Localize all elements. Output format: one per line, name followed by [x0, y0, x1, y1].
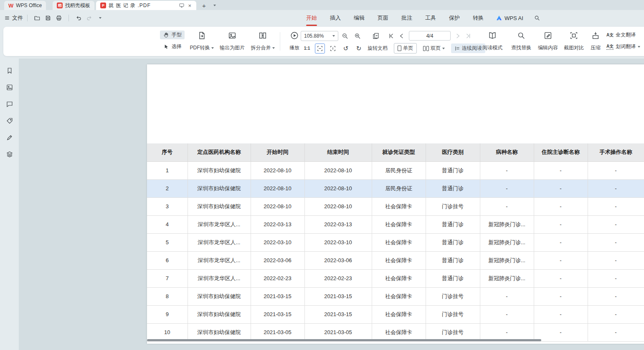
- table-row: 9深圳市妇幼保健院2021-03-152021-03-15社会保障卡门诊挂号--…: [147, 305, 644, 323]
- chevron-down-icon: [211, 47, 214, 49]
- more-quick-commands-button[interactable]: [95, 13, 105, 23]
- one-to-one-icon: 1:1: [304, 46, 310, 51]
- menu-items: 开始插入编辑页面批注工具保护转换: [306, 10, 484, 26]
- pdf-convert-button[interactable]: PDF转换: [187, 30, 216, 53]
- single-page-button[interactable]: 单页: [394, 43, 417, 54]
- translate-group: A文 全文翻译 A文 划词翻译: [605, 31, 642, 51]
- table-cell: -: [588, 323, 644, 341]
- table-cell: 深圳市龙华区人...: [188, 269, 251, 287]
- table-cell: -: [588, 215, 644, 233]
- toolbar: 手型 选择 PDF转换 输出为图片 拆分合并 播放 105.: [3, 27, 644, 56]
- hand-tool-button[interactable]: 手型: [160, 31, 185, 39]
- edit-content-button[interactable]: 编辑内容: [535, 30, 560, 53]
- table-cell: -: [534, 161, 588, 179]
- table-cell: -: [534, 305, 588, 323]
- screenshot-compare-button[interactable]: 截图对比: [561, 30, 586, 53]
- menu-item[interactable]: 页面: [378, 10, 388, 26]
- pages-icon: [372, 32, 380, 40]
- print-button[interactable]: [54, 13, 64, 23]
- save-button[interactable]: [43, 13, 53, 23]
- book-icon: [488, 31, 497, 40]
- annotate-panel-button[interactable]: [1, 129, 18, 146]
- rotate-right-button[interactable]: ↻: [354, 43, 364, 54]
- first-page-icon: [388, 33, 395, 39]
- table-cell: 2022-08-10: [304, 161, 372, 179]
- table-cell: 普通门诊: [426, 269, 480, 287]
- monitor-icon[interactable]: [179, 3, 185, 8]
- left-sidebar: [0, 59, 19, 350]
- table-cell: 2022-08-10: [304, 197, 372, 215]
- table-cell: 普通门诊: [426, 233, 480, 251]
- table-header-cell: 开始时间: [251, 143, 304, 161]
- rotate-left-button[interactable]: ↺: [341, 43, 351, 54]
- open-file-button[interactable]: [32, 13, 42, 23]
- document-area[interactable]: 序号定点医药机构名称开始时间结束时间就诊凭证类型医疗类别病种名称住院主诊断名称手…: [19, 59, 644, 350]
- find-replace-button[interactable]: 查找替换: [508, 30, 535, 53]
- fit-width-button[interactable]: [315, 43, 325, 54]
- medical-records-table: 序号定点医药机构名称开始时间结束时间就诊凭证类型医疗类别病种名称住院主诊断名称手…: [147, 143, 644, 342]
- docer-icon: 稻: [57, 3, 63, 8]
- table-cell: -: [480, 287, 534, 305]
- redo-icon: [86, 15, 93, 21]
- layers-panel-button[interactable]: [1, 146, 18, 163]
- double-page-button[interactable]: 双页: [420, 43, 448, 53]
- word-translate-button[interactable]: A文 划词翻译: [605, 42, 642, 51]
- file-menu-button[interactable]: 文件: [4, 14, 23, 22]
- bookmarks-panel-button[interactable]: [1, 62, 18, 79]
- undo-button[interactable]: [74, 13, 84, 23]
- close-tab-icon[interactable]: ×: [187, 3, 192, 9]
- comments-panel-button[interactable]: [1, 96, 18, 112]
- tab-list-chevron-icon[interactable]: [212, 1, 218, 10]
- menu-search-icon[interactable]: [534, 15, 540, 21]
- table-cell: 居民身份证: [372, 161, 426, 179]
- actual-size-button[interactable]: 1:1: [302, 43, 312, 54]
- menu-item[interactable]: 开始: [306, 10, 317, 26]
- split-merge-button[interactable]: 拆分合并: [248, 30, 277, 53]
- table-cell: -: [588, 287, 644, 305]
- menu-item[interactable]: 插入: [330, 10, 341, 26]
- table-cell: 2022-03-10: [304, 233, 372, 251]
- page-number-input[interactable]: [409, 31, 451, 41]
- table-cell: -: [588, 161, 644, 179]
- extract-pages-button[interactable]: [371, 31, 381, 41]
- full-translate-label: 全文翻译: [616, 31, 636, 38]
- labels-panel-button[interactable]: [1, 112, 18, 129]
- last-page-button[interactable]: [465, 33, 472, 39]
- zoom-select[interactable]: 105.88%: [301, 31, 338, 41]
- zoom-in-button[interactable]: [352, 31, 363, 41]
- menu-wps-ai[interactable]: WPS AI: [496, 15, 523, 21]
- horizontal-scrollbar[interactable]: [147, 339, 541, 341]
- menu-item[interactable]: 保护: [449, 10, 460, 26]
- zoom-out-icon: [341, 32, 349, 40]
- tab-document[interactable]: P 就 医 记 录 .PDF ×: [96, 1, 196, 10]
- menu-item[interactable]: 批注: [401, 10, 412, 26]
- hand-icon: [163, 32, 170, 38]
- table-cell: 1: [147, 161, 188, 179]
- previous-page-button[interactable]: [398, 33, 405, 39]
- new-tab-button[interactable]: +: [200, 1, 208, 10]
- first-page-button[interactable]: [388, 33, 395, 39]
- table-cell: 社会保障卡: [372, 269, 426, 287]
- table-cell: 社会保障卡: [372, 233, 426, 251]
- thumbnails-panel-button[interactable]: [1, 79, 18, 96]
- next-page-button[interactable]: [454, 33, 461, 39]
- zoom-out-button[interactable]: [340, 31, 350, 41]
- single-page-icon: [398, 46, 401, 51]
- menu-item[interactable]: 编辑: [354, 10, 365, 26]
- select-tool-button[interactable]: 选择: [160, 42, 185, 51]
- tab-docer[interactable]: 稻 找稻壳模板: [53, 1, 94, 10]
- menu-item[interactable]: 工具: [425, 10, 436, 26]
- rotate-doc-label[interactable]: 旋转文档: [368, 45, 388, 52]
- table-cell: 2021-03-05: [251, 323, 304, 341]
- redo-button[interactable]: [84, 13, 94, 23]
- separator: [68, 15, 69, 21]
- tab-wps-office[interactable]: W WPS Office: [4, 1, 46, 10]
- full-translate-button[interactable]: A文 全文翻译: [605, 31, 637, 39]
- read-mode-button[interactable]: 阅读模式: [480, 30, 505, 53]
- compress-button[interactable]: 压缩: [586, 30, 605, 53]
- fit-page-button[interactable]: [328, 43, 338, 54]
- word-translate-icon: A文: [606, 43, 614, 50]
- export-image-button[interactable]: 输出为图片: [216, 30, 249, 53]
- menu-item[interactable]: 转换: [473, 10, 484, 26]
- split-merge-icon: [258, 31, 267, 40]
